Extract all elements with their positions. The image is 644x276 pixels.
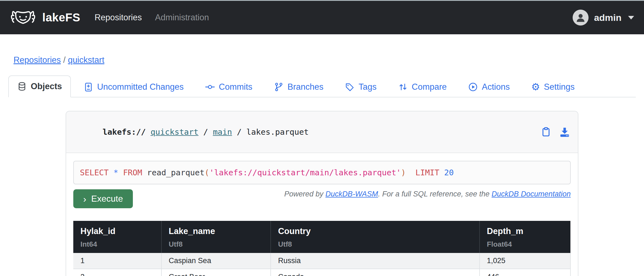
column-type: Float64	[487, 240, 563, 249]
branch-icon	[274, 82, 284, 92]
caret-down-icon	[628, 16, 634, 19]
tab-actions[interactable]: Actions	[459, 76, 519, 97]
column-header-hylak-id: Hylak_id Int64	[73, 221, 161, 253]
path-filename: lakes.parquet	[247, 127, 309, 137]
table-header-row: Hylak_id Int64 Lake_name Utf8 Country Ut…	[73, 221, 570, 253]
column-type: Utf8	[169, 240, 263, 249]
chevron-right-icon: ›	[83, 195, 86, 203]
cell: 1	[73, 253, 161, 269]
sql-keyword: LIMIT	[406, 168, 444, 177]
duckdb-docs-link[interactable]: DuckDB Documentation	[492, 190, 571, 198]
tab-label: Compare	[412, 82, 447, 92]
nav-item-administration[interactable]: Administration	[155, 13, 209, 22]
object-actions	[541, 126, 570, 137]
execute-row: › Execute Powered by DuckDB-WASM. For a …	[73, 189, 571, 208]
tab-compare[interactable]: Compare	[389, 76, 456, 97]
column-header-lake-name: Lake_name Utf8	[161, 221, 271, 253]
download-icon[interactable]	[559, 126, 570, 137]
column-type: Utf8	[278, 240, 472, 249]
cell: Great Bear	[161, 269, 271, 276]
compare-icon	[398, 82, 408, 92]
person-icon	[575, 12, 586, 23]
tab-branches[interactable]: Branches	[265, 76, 332, 97]
sql-keyword: FROM	[123, 168, 147, 177]
cell: Canada	[271, 269, 480, 276]
tab-label: Tags	[359, 82, 376, 92]
duckdb-wasm-link[interactable]: DuckDB-WASM	[326, 190, 378, 198]
file-diff-icon	[83, 82, 93, 92]
breadcrumb: Repositories / quickstart	[9, 45, 635, 65]
sql-paren: )	[401, 168, 406, 177]
table-row: 2 Great Bear Canada 446	[73, 269, 570, 276]
column-header-country: Country Utf8	[271, 221, 480, 253]
commit-icon	[205, 82, 215, 92]
breadcrumb-repositories-link[interactable]: Repositories	[13, 55, 61, 65]
repo-tabs: Objects Uncommitted Changes Commits Bran…	[8, 75, 636, 97]
sql-keyword: SELECT	[80, 168, 113, 177]
column-name: Lake_name	[169, 226, 263, 236]
sql-star: *	[113, 168, 123, 177]
cell: Caspian Sea	[161, 253, 271, 269]
tab-tags[interactable]: Tags	[336, 76, 385, 97]
avatar	[573, 10, 589, 26]
tab-label: Actions	[482, 82, 510, 92]
user-menu[interactable]: admin	[573, 10, 634, 26]
cell: 446	[480, 269, 570, 276]
sql-editor[interactable]: SELECT * FROM read_parquet('lakefs://qui…	[73, 161, 571, 184]
sql-query: SELECT * FROM read_parquet('lakefs://qui…	[80, 168, 564, 177]
column-name: Depth_m	[487, 226, 563, 236]
tab-uncommitted-changes[interactable]: Uncommitted Changes	[75, 76, 192, 97]
tab-commits[interactable]: Commits	[196, 76, 261, 97]
brand[interactable]: lakeFS	[10, 8, 80, 27]
tab-label: Branches	[287, 82, 323, 92]
execute-button[interactable]: › Execute	[73, 189, 133, 208]
cell: 1,025	[480, 253, 570, 269]
column-header-depth-m: Depth_m Float64	[480, 221, 570, 253]
object-viewer-body: SELECT * FROM read_parquet('lakefs://qui…	[66, 153, 578, 276]
sql-number: 20	[444, 168, 454, 177]
powered-by-note: Powered by DuckDB-WASM. For a full SQL r…	[284, 190, 571, 198]
brand-name: lakeFS	[42, 11, 80, 24]
breadcrumb-separator: /	[61, 55, 68, 65]
column-type: Int64	[80, 240, 154, 249]
database-icon	[17, 81, 27, 91]
column-name: Hylak_id	[80, 226, 154, 236]
tag-icon	[345, 82, 355, 92]
gear-icon: ⚙	[531, 82, 540, 92]
tab-label: Commits	[219, 82, 252, 92]
tab-label: Uncommitted Changes	[97, 82, 184, 92]
tab-objects[interactable]: Objects	[8, 75, 71, 97]
path-repo-link[interactable]: quickstart	[150, 127, 198, 137]
sql-paren: (	[205, 168, 209, 177]
axolotl-logo-icon	[10, 8, 36, 27]
navbar-links: Repositories Administration	[94, 13, 572, 22]
object-path-header: lakefs:// quickstart / main / lakes.parq…	[66, 111, 578, 153]
object-viewer-card: lakefs:// quickstart / main / lakes.parq…	[66, 111, 578, 276]
object-path: lakefs:// quickstart / main / lakes.parq…	[74, 118, 309, 146]
table-row: 1 Caspian Sea Russia 1,025	[73, 253, 570, 269]
powered-by-text: . For a full SQL reference, see the	[378, 190, 492, 198]
query-results-table: Hylak_id Int64 Lake_name Utf8 Country Ut…	[73, 221, 571, 276]
cell: Russia	[271, 253, 480, 269]
user-name: admin	[594, 12, 621, 23]
path-separator: /	[232, 127, 246, 137]
path-branch-link[interactable]: main	[213, 127, 232, 137]
copy-icon[interactable]	[541, 126, 551, 137]
breadcrumb-repo-link[interactable]: quickstart	[68, 55, 104, 65]
play-circle-icon	[468, 82, 478, 92]
path-scheme: lakefs://	[103, 127, 151, 137]
execute-label: Execute	[91, 194, 123, 204]
path-separator: /	[198, 127, 213, 137]
tab-label: Objects	[31, 81, 62, 91]
column-name: Country	[278, 226, 472, 236]
cell: 2	[73, 269, 161, 276]
powered-by-text: Powered by	[284, 190, 326, 198]
sql-string: 'lakefs://quickstart/main/lakes.parquet'	[209, 168, 401, 177]
tab-label: Settings	[544, 82, 575, 92]
top-navbar: lakeFS Repositories Administration admin	[0, 1, 644, 34]
sql-function: read_parquet	[147, 168, 205, 177]
nav-item-repositories[interactable]: Repositories	[94, 13, 142, 22]
tab-settings[interactable]: ⚙ Settings	[522, 76, 583, 97]
